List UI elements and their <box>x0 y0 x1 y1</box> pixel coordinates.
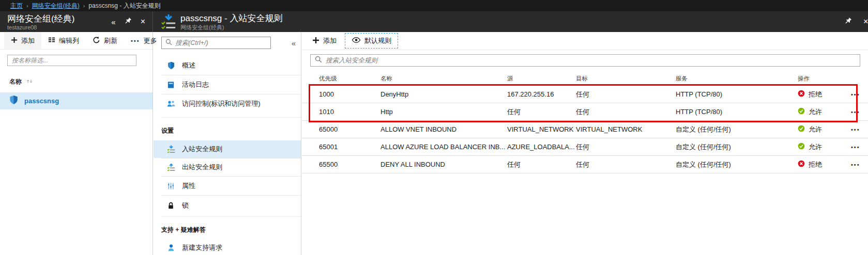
nsg-list-blade-header: 网络安全组(经典) testazure08 « × <box>0 11 153 32</box>
rules-search-input[interactable] <box>326 55 860 66</box>
row-context-menu-icon[interactable]: ••• <box>851 91 868 98</box>
row-context-menu-icon[interactable]: ••• <box>851 109 868 115</box>
nsg-shield-icon <box>9 95 19 107</box>
row-context-menu-icon[interactable]: ••• <box>851 144 868 150</box>
menu-item-activity-log[interactable]: 活动日志 <box>154 75 301 94</box>
menu-item-label: 概述 <box>182 61 195 70</box>
menu-item-properties[interactable]: 属性 <box>154 177 301 195</box>
rule-service: 自定义 (任何/任何) <box>676 125 798 134</box>
menu-section-support: 支持 + 疑难解答 <box>154 226 301 234</box>
pin-icon[interactable] <box>845 17 852 26</box>
plus-icon <box>11 37 18 45</box>
menu-item-label: 属性 <box>182 181 195 190</box>
rule-action-label: 允许 <box>809 142 822 152</box>
name-column-label: 名称 <box>9 77 22 86</box>
breadcrumb-separator: › <box>83 3 85 9</box>
col-destination: 目标 <box>576 75 676 83</box>
breadcrumb-separator: › <box>26 3 28 9</box>
rule-action: 允许 <box>798 125 851 134</box>
row-context-menu-icon[interactable]: ••• <box>851 126 868 133</box>
rule-row-deny-all[interactable]: 65500 DENY ALL INBOUND 任何 任何 自定义 (任何/任何)… <box>302 156 868 173</box>
inbound-rules-blade-icon <box>161 14 176 31</box>
rule-action: 允许 <box>798 142 851 152</box>
col-action: 操作 <box>798 75 851 83</box>
rule-source: 167.220.255.16 <box>507 90 576 98</box>
menu-item-new-support-request[interactable]: 新建支持请求 <box>154 239 301 255</box>
rule-service: HTTP (TCP/80) <box>676 90 798 98</box>
rule-destination: 任何 <box>576 160 676 169</box>
plus-icon <box>312 37 319 45</box>
add-button[interactable]: 添加 <box>4 32 41 49</box>
blade-header-bar: 网络安全组(经典) testazure08 « × passcs <box>0 11 868 32</box>
breadcrumb-home-link[interactable]: 主页 <box>10 2 23 10</box>
rule-priority: 65001 <box>319 143 380 151</box>
rule-name: DenyHttp <box>380 90 507 98</box>
rule-action: 拒绝 <box>798 90 851 99</box>
main-area: 添加 编辑列 刷新 ••• 更多 <box>0 32 868 255</box>
edit-columns-label: 编辑列 <box>59 36 79 45</box>
deny-icon <box>798 160 805 169</box>
close-icon[interactable]: × <box>141 18 145 26</box>
menu-search-input[interactable] <box>175 38 270 48</box>
pin-icon[interactable] <box>125 17 132 26</box>
deny-icon <box>798 90 805 99</box>
breadcrumb: 主页 › 网络安全组(经典) › passcsnsg - 入站安全规则 <box>0 0 868 11</box>
close-icon[interactable]: × <box>863 18 868 26</box>
edit-columns-button[interactable]: 编辑列 <box>41 32 86 49</box>
menu-item-inbound-rules[interactable]: 入站安全规则 <box>154 140 301 158</box>
rule-row-http[interactable]: 1010 Http 任何 任何 HTTP (TCP/80) 允许 ••• <box>302 103 868 121</box>
columns-icon <box>48 36 55 45</box>
breadcrumb-current: passcsnsg - 入站安全规则 <box>88 2 160 10</box>
nsg-list-toolbar: 添加 编辑列 刷新 ••• 更多 <box>0 32 153 50</box>
blade-subtitle: 网络安全组(经典) <box>180 24 224 31</box>
divider <box>161 117 301 118</box>
rule-row-allow-lb[interactable]: 65001 ALLOW AZURE LOAD BALANCER INB... A… <box>302 138 868 156</box>
row-context-menu-icon[interactable]: ••• <box>851 162 868 168</box>
rule-name: DENY ALL INBOUND <box>380 161 507 168</box>
name-filter-input[interactable] <box>7 55 136 66</box>
collapse-blade-icon[interactable]: « <box>111 18 115 26</box>
name-column-header[interactable]: 名称 <box>9 77 153 86</box>
rule-row-allow-vnet[interactable]: 65000 ALLOW VNET INBOUND VIRTUAL_NETWORK… <box>302 121 868 138</box>
menu-item-access-control[interactable]: 访问控制(标识和访问管理) <box>154 94 301 113</box>
collapse-menu-icon[interactable]: « <box>292 39 296 47</box>
rule-priority: 65500 <box>319 161 380 168</box>
properties-icon <box>166 182 175 190</box>
nsg-list-blade: 添加 编辑列 刷新 ••• 更多 <box>0 32 153 255</box>
menu-search-box[interactable] <box>161 37 271 49</box>
rule-destination: 任何 <box>576 107 676 117</box>
menu-item-label: 出站安全规则 <box>182 163 222 172</box>
rule-row-denyhttp[interactable]: 1000 DenyHttp 167.220.255.16 任何 HTTP (TC… <box>302 86 868 103</box>
sort-icon <box>26 78 34 86</box>
resource-menu-panel: « 概述 活动日志 <box>154 32 301 255</box>
rule-action-label: 允许 <box>809 125 822 134</box>
rule-destination: VIRTUAL_NETWORK <box>576 125 676 133</box>
col-name: 名称 <box>380 75 507 83</box>
rule-action-label: 拒绝 <box>809 90 822 99</box>
rule-service: HTTP (TCP/80) <box>676 108 798 116</box>
rule-name: ALLOW VNET INBOUND <box>380 125 507 133</box>
refresh-icon <box>93 36 100 45</box>
rule-priority: 1010 <box>319 108 380 116</box>
eye-icon <box>352 37 361 45</box>
resource-menu: 概述 活动日志 访问控制(标识和访问管理) 设置 <box>154 56 301 255</box>
menu-item-overview[interactable]: 概述 <box>154 56 301 75</box>
default-rules-button[interactable]: 默认规则 <box>345 33 398 49</box>
menu-item-label: 新建支持请求 <box>182 243 222 252</box>
add-rule-button[interactable]: 添加 <box>310 36 339 45</box>
rules-search-box[interactable] <box>310 54 860 67</box>
default-rules-label: 默认规则 <box>364 36 391 45</box>
search-icon <box>165 38 172 47</box>
menu-item-outbound-rules[interactable]: 出站安全规则 <box>154 158 301 176</box>
rule-name: ALLOW AZURE LOAD BALANCER INB... <box>380 143 507 151</box>
rule-source: AZURE_LOADBALA... <box>507 143 576 151</box>
breadcrumb-parent-link[interactable]: 网络安全组(经典) <box>32 2 80 10</box>
nsg-list-item-passcsnsg[interactable]: passcsnsg <box>0 92 153 109</box>
divider <box>161 216 301 217</box>
rule-destination: 任何 <box>576 90 676 99</box>
menu-item-locks[interactable]: 锁 <box>154 196 301 215</box>
azure-portal-screen: 主页 › 网络安全组(经典) › passcsnsg - 入站安全规则 网络安全… <box>0 0 868 255</box>
journal-icon <box>166 81 175 89</box>
rule-action: 允许 <box>798 107 851 117</box>
refresh-button[interactable]: 刷新 <box>86 32 124 49</box>
